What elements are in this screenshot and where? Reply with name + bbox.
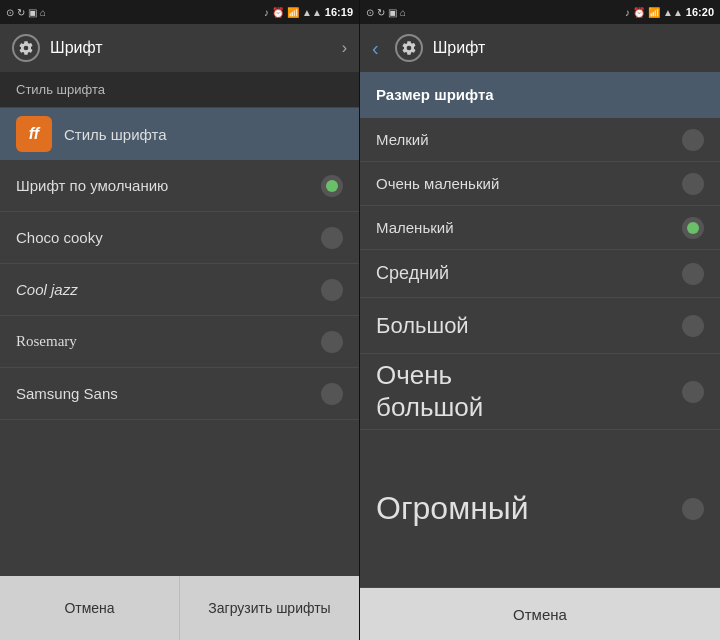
radio-large [682, 315, 704, 337]
page-title-right: Шрифт [433, 39, 486, 57]
font-item-samsung-sans[interactable]: Samsung Sans [0, 368, 359, 420]
font-list: Шрифт по умолчанию Choco cooky Cool jazz… [0, 160, 359, 576]
left-panel: ⊙ ↻ ▣ ⌂ ♪ ⏰ 📶 ▲▲ 16:19 Шрифт › Стиль шри… [0, 0, 360, 640]
time-right: 16:20 [686, 6, 714, 18]
load-fonts-button[interactable]: Загрузить шрифты [180, 576, 359, 640]
radio-medium [682, 263, 704, 285]
status-left-right: ⊙ ↻ ▣ ⌂ [366, 7, 406, 18]
notification-icon: ⊙ [6, 7, 14, 18]
size-label-large: Большой [376, 313, 469, 339]
status-left-icons: ⊙ ↻ ▣ ⌂ [6, 7, 46, 18]
title-bar-left: Шрифт › [0, 24, 359, 72]
font-label-cool-jazz: Cool jazz [16, 281, 78, 298]
music-icon-right: ♪ [625, 7, 630, 18]
title-arrow-left: › [342, 39, 347, 57]
status-right-right: ♪ ⏰ 📶 ▲▲ 16:20 [625, 6, 714, 18]
font-style-dialog-header: ff Стиль шрифта [0, 108, 359, 160]
size-item-very-large[interactable]: Оченьбольшой [360, 354, 720, 430]
radio-small [682, 217, 704, 239]
wifi-icon-left: ▲▲ [302, 7, 322, 18]
size-item-tiny[interactable]: Мелкий [360, 118, 720, 162]
alarm-icon-right: ⏰ [633, 7, 645, 18]
size-item-large[interactable]: Большой [360, 298, 720, 354]
size-item-small[interactable]: Маленький [360, 206, 720, 250]
notification-icon-r: ⊙ [366, 7, 374, 18]
font-dialog-footer: Отмена Загрузить шрифты [0, 576, 359, 640]
size-label-very-small: Очень маленький [376, 175, 499, 192]
font-style-header-text: Стиль шрифта [64, 126, 167, 143]
cancel-button-left[interactable]: Отмена [0, 576, 180, 640]
size-label-very-large: Оченьбольшой [376, 360, 483, 422]
radio-default [321, 175, 343, 197]
font-item-cool-jazz[interactable]: Cool jazz [0, 264, 359, 316]
sync-icon-r: ↻ [377, 7, 385, 18]
subtitle-bar-left: Стиль шрифта [0, 72, 359, 108]
font-label-samsung-sans: Samsung Sans [16, 385, 118, 402]
size-item-huge[interactable]: Огромный [360, 430, 720, 588]
screenshot-icon: ▣ [28, 7, 37, 18]
size-label-small: Маленький [376, 219, 454, 236]
font-label-choco: Choco cooky [16, 229, 103, 246]
time-left: 16:19 [325, 6, 353, 18]
size-item-very-small[interactable]: Очень маленький [360, 162, 720, 206]
size-item-medium[interactable]: Средний [360, 250, 720, 298]
radio-cool-jazz [321, 279, 343, 301]
radio-very-large [682, 381, 704, 403]
settings-icon-right [395, 34, 423, 62]
music-icon-left: ♪ [264, 7, 269, 18]
radio-rosemary [321, 331, 343, 353]
size-list: Мелкий Очень маленький Маленький Средний… [360, 118, 720, 588]
screenshot-icon-r: ▣ [388, 7, 397, 18]
font-label-default: Шрифт по умолчанию [16, 177, 168, 194]
cancel-label-left: Отмена [64, 600, 114, 616]
radio-huge [682, 498, 704, 520]
size-label-huge: Огромный [376, 490, 529, 527]
size-dialog-title: Размер шрифта [376, 86, 494, 103]
alarm-icon-left: ⏰ [272, 7, 284, 18]
right-panel: ⊙ ↻ ▣ ⌂ ♪ ⏰ 📶 ▲▲ 16:20 ‹ Шрифт Размер шр… [360, 0, 720, 640]
sync-icon: ↻ [17, 7, 25, 18]
home-icon-r: ⌂ [400, 7, 406, 18]
size-label-medium: Средний [376, 263, 449, 284]
font-item-rosemary[interactable]: Rosemary [0, 316, 359, 368]
home-icon: ⌂ [40, 7, 46, 18]
size-label-tiny: Мелкий [376, 131, 429, 148]
radio-samsung-sans [321, 383, 343, 405]
wifi-icon-right: ▲▲ [663, 7, 683, 18]
radio-choco [321, 227, 343, 249]
cancel-button-right[interactable]: Отмена [360, 588, 720, 640]
load-fonts-label: Загрузить шрифты [208, 600, 330, 616]
ff-icon: ff [16, 116, 52, 152]
font-item-choco[interactable]: Choco cooky [0, 212, 359, 264]
settings-icon-left [12, 34, 40, 62]
cancel-label-right: Отмена [513, 606, 567, 623]
status-bar-right: ⊙ ↻ ▣ ⌂ ♪ ⏰ 📶 ▲▲ 16:20 [360, 0, 720, 24]
status-right-icons: ♪ ⏰ 📶 ▲▲ 16:19 [264, 6, 353, 18]
radio-tiny [682, 129, 704, 151]
size-dialog-header: Размер шрифта [360, 72, 720, 118]
font-label-rosemary: Rosemary [16, 333, 77, 350]
radio-very-small [682, 173, 704, 195]
status-bar-left: ⊙ ↻ ▣ ⌂ ♪ ⏰ 📶 ▲▲ 16:19 [0, 0, 359, 24]
signal-icon-right: 📶 [648, 7, 660, 18]
page-title-left: Шрифт [50, 39, 103, 57]
back-arrow-icon[interactable]: ‹ [372, 37, 379, 60]
subtitle-text-left: Стиль шрифта [16, 82, 105, 97]
font-item-default[interactable]: Шрифт по умолчанию [0, 160, 359, 212]
signal-icon-left: 📶 [287, 7, 299, 18]
title-bar-right: ‹ Шрифт [360, 24, 720, 72]
